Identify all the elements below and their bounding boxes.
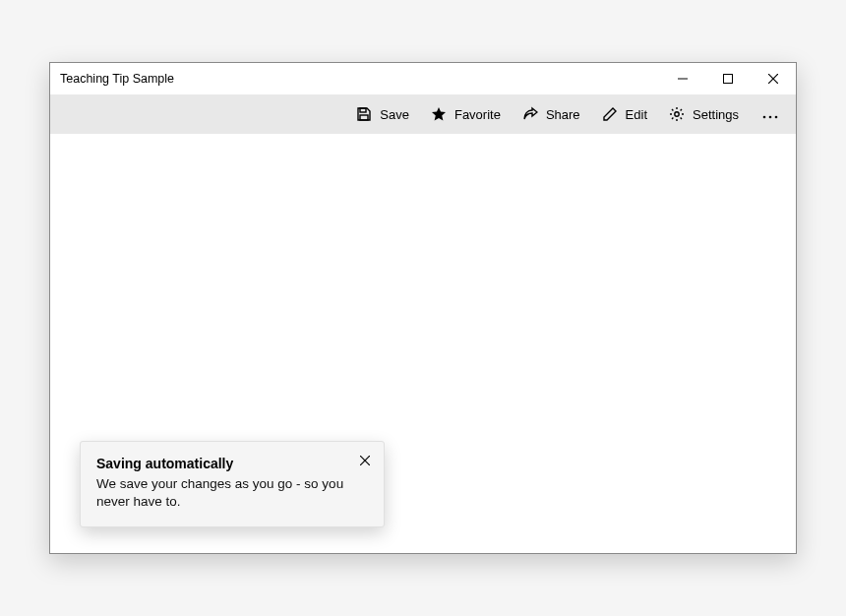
- star-icon: [431, 106, 447, 122]
- maximize-icon: [723, 70, 733, 88]
- svg-point-7: [763, 116, 766, 119]
- share-button[interactable]: Share: [513, 100, 590, 128]
- app-window: Teaching Tip Sample: [49, 62, 797, 554]
- close-icon: [360, 452, 370, 469]
- svg-point-8: [769, 116, 772, 119]
- favorite-button[interactable]: Favorite: [421, 100, 511, 128]
- save-icon: [356, 106, 372, 122]
- edit-label: Edit: [626, 107, 647, 122]
- favorite-label: Favorite: [454, 107, 501, 122]
- svg-point-9: [775, 116, 778, 119]
- share-label: Share: [546, 107, 580, 122]
- window-controls: [660, 63, 796, 94]
- window-title: Teaching Tip Sample: [60, 72, 660, 86]
- settings-label: Settings: [693, 107, 739, 122]
- more-button[interactable]: [751, 99, 790, 129]
- svg-rect-5: [360, 115, 368, 120]
- close-button[interactable]: [751, 63, 796, 94]
- close-icon: [768, 70, 778, 88]
- titlebar: Teaching Tip Sample: [50, 63, 796, 94]
- teaching-tip-close-button[interactable]: [356, 452, 374, 469]
- teaching-tip: Saving automatically We save your change…: [80, 441, 385, 527]
- edit-icon: [602, 106, 618, 122]
- share-icon: [522, 106, 538, 122]
- save-button[interactable]: Save: [346, 100, 419, 128]
- save-label: Save: [380, 107, 409, 122]
- edit-button[interactable]: Edit: [592, 100, 657, 128]
- gear-icon: [669, 106, 685, 122]
- more-icon: [762, 105, 778, 123]
- settings-button[interactable]: Settings: [659, 100, 749, 128]
- maximize-button[interactable]: [705, 63, 751, 94]
- content-area: Saving automatically We save your change…: [50, 134, 796, 553]
- svg-rect-4: [360, 108, 366, 112]
- commandbar: Save Favorite Share Edit Settings: [50, 94, 796, 134]
- minimize-icon: [678, 70, 688, 88]
- svg-rect-1: [724, 75, 733, 84]
- minimize-button[interactable]: [660, 63, 705, 94]
- svg-point-6: [675, 112, 679, 116]
- teaching-tip-title: Saving automatically: [96, 456, 368, 471]
- teaching-tip-body: We save your changes as you go - so you …: [96, 475, 368, 511]
